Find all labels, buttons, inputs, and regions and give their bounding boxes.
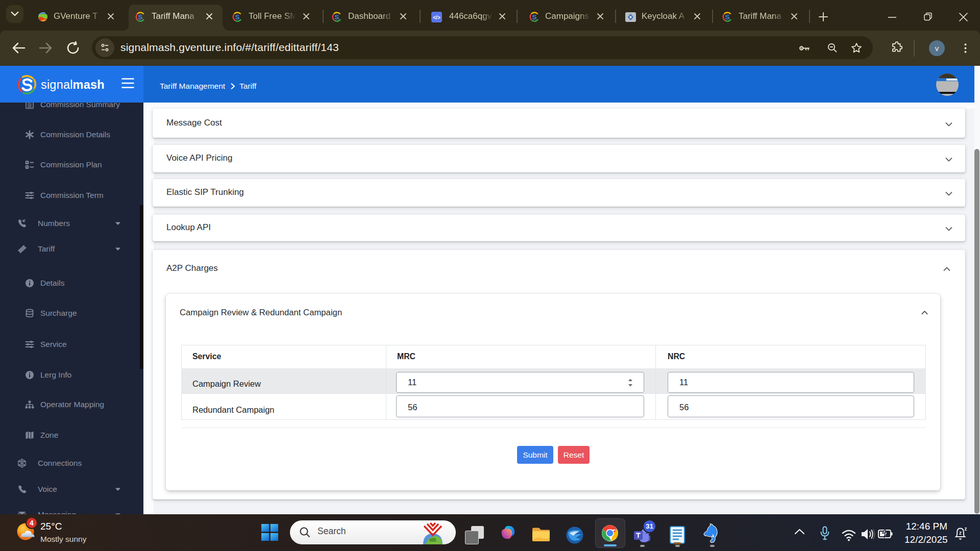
svg-text:S: S <box>138 13 142 21</box>
svg-text:S: S <box>532 13 536 21</box>
svg-text:z: z <box>965 527 967 532</box>
svg-text:z: z <box>959 530 962 536</box>
svg-text:S: S <box>725 13 729 21</box>
svg-text:S: S <box>334 13 339 21</box>
svg-text:S: S <box>235 13 239 21</box>
svg-text:</>: </> <box>433 15 440 20</box>
